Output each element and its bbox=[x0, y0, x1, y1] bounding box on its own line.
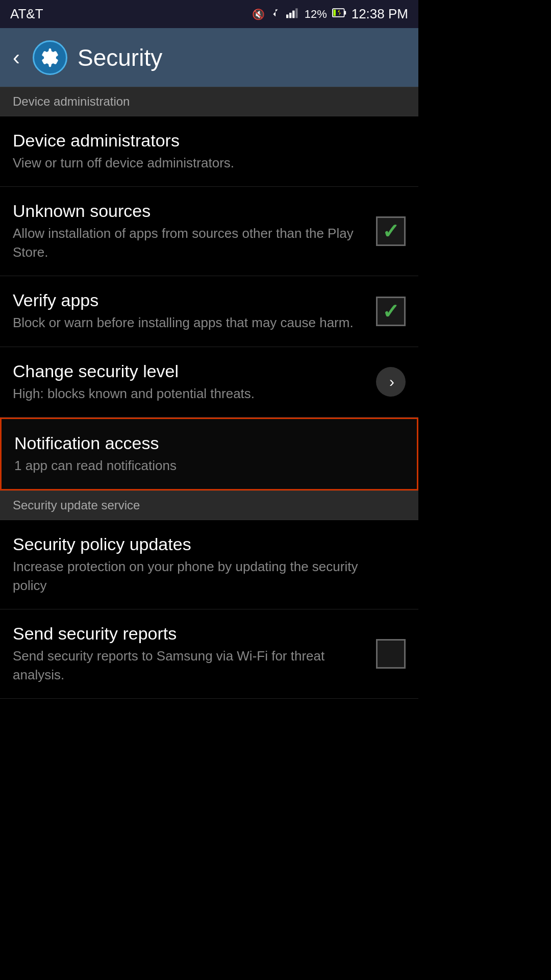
send-security-reports-checkbox[interactable] bbox=[376, 639, 406, 669]
svg-rect-5 bbox=[344, 11, 346, 15]
carrier-label: AT&T bbox=[10, 6, 43, 22]
svg-rect-0 bbox=[286, 14, 288, 18]
setting-title: Device administrators bbox=[13, 131, 395, 151]
time-display: 12:38 PM bbox=[352, 6, 408, 22]
bluetooth-icon bbox=[270, 7, 281, 21]
svg-rect-2 bbox=[292, 11, 294, 18]
setting-title: Change security level bbox=[13, 361, 366, 381]
setting-description: Block or warn before installing apps tha… bbox=[13, 313, 366, 332]
setting-description: View or turn off device administrators. bbox=[13, 154, 395, 172]
setting-row-unknown-sources[interactable]: Unknown sources Allow installation of ap… bbox=[0, 187, 418, 276]
setting-row-verify-apps[interactable]: Verify apps Block or warn before install… bbox=[0, 276, 418, 347]
setting-title: Notification access bbox=[14, 433, 394, 453]
setting-description: Send security reports to Samsung via Wi-… bbox=[13, 647, 366, 684]
signal-icon bbox=[286, 7, 299, 21]
battery-icon bbox=[332, 7, 346, 21]
setting-row-notification-access[interactable]: Notification access 1 app can read notif… bbox=[0, 418, 418, 491]
mute-icon: 🔇 bbox=[252, 8, 265, 20]
svg-rect-3 bbox=[295, 8, 297, 18]
verify-apps-checkbox[interactable]: ✓ bbox=[376, 297, 406, 326]
chevron-right-icon: › bbox=[389, 373, 394, 390]
setting-title: Unknown sources bbox=[13, 201, 366, 221]
section-header-device-admin: Device administration bbox=[0, 87, 418, 116]
unknown-sources-checkbox[interactable]: ✓ bbox=[376, 216, 406, 246]
chevron-button[interactable]: › bbox=[376, 367, 406, 397]
setting-title: Verify apps bbox=[13, 290, 366, 310]
setting-title: Send security reports bbox=[13, 624, 366, 644]
section-header-security-update: Security update service bbox=[0, 491, 418, 520]
setting-row-send-security-reports[interactable]: Send security reports Send security repo… bbox=[0, 609, 418, 699]
checkmark-icon: ✓ bbox=[382, 221, 399, 241]
setting-description: Increase protection on your phone by upd… bbox=[13, 557, 395, 595]
setting-title: Security policy updates bbox=[13, 534, 395, 554]
setting-description: High: blocks known and potential threats… bbox=[13, 384, 366, 403]
setting-row-security-policy-updates[interactable]: Security policy updates Increase protect… bbox=[0, 520, 418, 609]
page-title: Security bbox=[78, 44, 162, 71]
security-icon bbox=[33, 40, 67, 75]
status-bar: AT&T 🔇 12% 12:38 PM bbox=[0, 0, 418, 28]
checkmark-icon: ✓ bbox=[382, 301, 399, 322]
svg-rect-1 bbox=[289, 13, 291, 18]
setting-description: 1 app can read notifications bbox=[14, 456, 394, 475]
battery-percentage: 12% bbox=[305, 8, 327, 21]
setting-row-change-security-level[interactable]: Change security level High: blocks known… bbox=[0, 347, 418, 418]
setting-description: Allow installation of apps from sources … bbox=[13, 224, 366, 261]
svg-rect-6 bbox=[333, 10, 335, 16]
status-icons: 🔇 12% 12:38 PM bbox=[252, 6, 408, 22]
setting-row-device-administrators[interactable]: Device administrators View or turn off d… bbox=[0, 116, 418, 187]
back-button[interactable]: ‹ bbox=[13, 47, 20, 68]
page-header: ‹ Security bbox=[0, 28, 418, 87]
